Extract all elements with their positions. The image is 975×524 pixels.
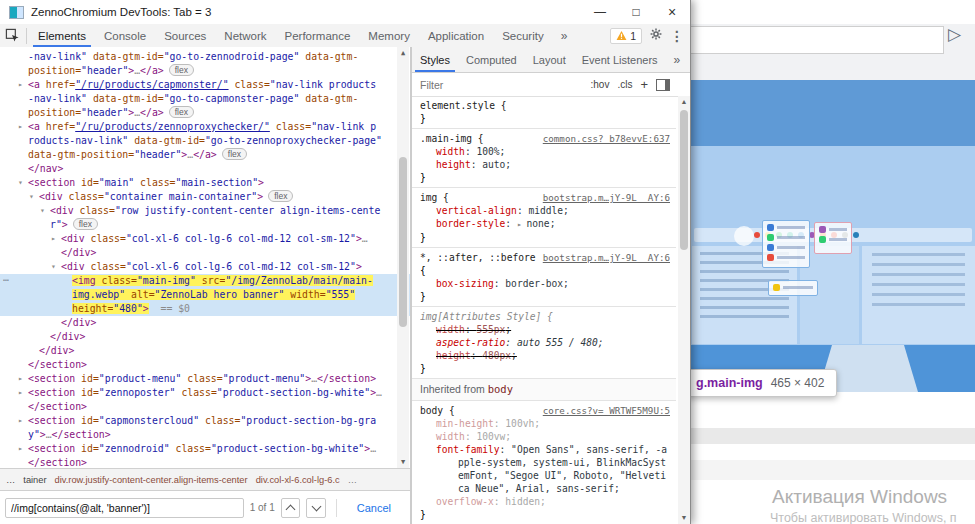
tab-application[interactable]: Application bbox=[419, 24, 493, 47]
tab-styles[interactable]: Styles bbox=[412, 47, 458, 72]
toggle-class-button[interactable]: .cls bbox=[617, 79, 632, 90]
stylesheet-source-link[interactable]: common.css?_b78evvE:637 bbox=[543, 132, 670, 145]
dom-tree-line[interactable]: r">flex bbox=[0, 218, 410, 232]
expand-arrow-icon[interactable]: ▸ bbox=[18, 120, 23, 134]
css-property[interactable]: width: 555px; bbox=[420, 323, 670, 336]
new-rule-button[interactable]: + bbox=[640, 77, 648, 92]
tab-network[interactable]: Network bbox=[215, 24, 275, 47]
dom-tree-line[interactable]: …<img class="main-img" src="/img/ZennoLa… bbox=[0, 274, 410, 288]
expand-arrow-icon[interactable]: ▸ bbox=[18, 442, 23, 456]
dom-tree-line[interactable]: ▸<section id="zennoposter" class="produc… bbox=[0, 386, 410, 400]
css-property[interactable]: width: 100%; bbox=[420, 145, 670, 158]
inspect-element-icon[interactable] bbox=[0, 25, 24, 47]
styles-more-tabs-button[interactable]: » bbox=[666, 53, 689, 67]
dom-tree-line[interactable]: ▸<a href="/ru/products/capmonster/" clas… bbox=[0, 78, 410, 92]
dom-tree-line[interactable]: ▸<a href="/ru/products/zennoproxychecker… bbox=[0, 120, 410, 134]
find-input[interactable] bbox=[5, 498, 244, 518]
elements-scrollbar[interactable]: ▲ ▼ bbox=[397, 47, 409, 468]
dom-tree-line[interactable]: </nav> bbox=[0, 162, 410, 176]
styles-scrollbar[interactable]: ▲ ▼ bbox=[678, 96, 690, 524]
kebab-menu-icon[interactable]: ⋮ bbox=[670, 29, 684, 43]
expand-arrow-icon[interactable]: ▾ bbox=[18, 176, 23, 190]
dom-tree-line[interactable]: ▾<div class="col-xl-6 col-lg-6 col-md-12… bbox=[0, 260, 410, 274]
css-property[interactable]: height: 480px; bbox=[420, 349, 670, 362]
dom-tree-line[interactable]: -nav-link" data-gtm-id="go-to-zennodroid… bbox=[0, 50, 410, 64]
tab-computed[interactable]: Computed bbox=[458, 47, 525, 72]
expand-arrow-icon[interactable]: ▸ bbox=[18, 414, 23, 428]
css-selector[interactable]: img { bbox=[420, 192, 449, 203]
expand-arrow-icon[interactable]: ▸ bbox=[51, 232, 56, 246]
submit-arrow-icon[interactable]: ▷ bbox=[948, 24, 961, 45]
next-match-button[interactable] bbox=[306, 498, 326, 518]
dom-tree-line[interactable]: </div> bbox=[0, 344, 410, 358]
previous-match-button[interactable] bbox=[281, 498, 301, 518]
styles-filter-input[interactable] bbox=[418, 78, 542, 92]
dom-tree-line[interactable]: position="header">…</a>flex bbox=[0, 106, 410, 120]
cancel-button[interactable]: Cancel bbox=[343, 502, 405, 514]
css-property[interactable]: font-family: "Open Sans", sans-serif, -a… bbox=[420, 443, 670, 495]
expand-arrow-icon[interactable]: ▸ bbox=[18, 372, 23, 386]
dom-tree-line[interactable]: </div> bbox=[0, 246, 410, 260]
more-tabs-button[interactable]: » bbox=[553, 29, 576, 43]
dom-tree-line[interactable]: data-gtm-position="header">…</a>flex bbox=[0, 148, 410, 162]
breadcrumb-item[interactable]: … bbox=[6, 475, 15, 485]
stylesheet-source-link[interactable]: bootstrap.m…jY-9L__AY:6 bbox=[543, 191, 670, 204]
tab-performance[interactable]: Performance bbox=[276, 24, 360, 47]
dom-tree-line[interactable]: ▸<section id="capmonstercloud" class="pr… bbox=[0, 414, 410, 428]
flex-badge[interactable]: flex bbox=[169, 106, 194, 118]
dom-tree-line[interactable]: ▾<section id="main" class="main-section"… bbox=[0, 176, 410, 190]
close-button[interactable]: × bbox=[654, 0, 690, 24]
css-property[interactable]: overflow-x: hidden; bbox=[420, 495, 670, 508]
dom-tree-line[interactable]: ▾<div class="row justify-content-center … bbox=[0, 204, 410, 218]
css-property[interactable]: height: auto; bbox=[420, 158, 670, 171]
maximize-button[interactable]: □ bbox=[618, 0, 654, 24]
breadcrumb-item[interactable]: div.col-xl-6.col-lg-6.c bbox=[256, 475, 340, 485]
dom-tree-line[interactable]: img.webp" alt="ZennoLab hero banner" wid… bbox=[0, 288, 410, 302]
dom-tree-line[interactable]: -nav-link" data-gtm-id="go-to-capmonster… bbox=[0, 92, 410, 106]
tab-security[interactable]: Security bbox=[493, 24, 553, 47]
inherited-from-element[interactable]: body bbox=[488, 383, 513, 395]
dom-tree-line[interactable]: height="480"> == $0 bbox=[0, 302, 410, 316]
tab-sources[interactable]: Sources bbox=[155, 24, 215, 47]
warning-badge[interactable]: 1 bbox=[610, 28, 642, 44]
dom-tree-line[interactable]: </section> bbox=[0, 400, 410, 414]
flex-badge[interactable]: flex bbox=[169, 64, 194, 76]
dom-tree-line[interactable]: </div> bbox=[0, 316, 410, 330]
tab-memory[interactable]: Memory bbox=[359, 24, 419, 47]
expand-arrow-icon[interactable]: ▾ bbox=[40, 204, 45, 218]
flex-badge[interactable]: flex bbox=[222, 148, 247, 160]
css-selector[interactable]: element.style { bbox=[420, 100, 507, 111]
dom-tree-line[interactable]: </section> bbox=[0, 456, 410, 468]
expand-arrow-icon[interactable]: ▸ bbox=[517, 220, 527, 229]
dom-tree-line[interactable]: </section> bbox=[0, 358, 410, 372]
dom-tree-line[interactable]: </div> bbox=[0, 330, 410, 344]
stylesheet-source-link[interactable]: bootstrap.m…jY-9L__AY:6 bbox=[543, 251, 670, 264]
tab-elements[interactable]: Elements bbox=[29, 24, 95, 47]
css-property[interactable]: vertical-align: middle; bbox=[420, 204, 670, 217]
settings-gear-icon[interactable] bbox=[649, 27, 663, 45]
flex-badge[interactable]: flex bbox=[268, 190, 293, 202]
css-selector[interactable]: *, ::after, ::before bbox=[420, 252, 536, 263]
css-selector[interactable]: img[Attributes Style] { bbox=[420, 311, 553, 322]
css-property[interactable]: aspect-ratio: auto 555 / 480; bbox=[420, 336, 670, 349]
sidebar-layout-icon[interactable] bbox=[656, 79, 670, 91]
css-selector[interactable]: body { bbox=[420, 405, 455, 416]
css-property[interactable]: border-style: ▸ none; bbox=[420, 217, 670, 231]
toggle-hover-button[interactable]: :hov bbox=[591, 79, 610, 90]
css-property[interactable]: box-sizing: border-box; bbox=[420, 277, 670, 290]
expand-arrow-icon[interactable]: ▸ bbox=[18, 78, 23, 92]
minimize-button[interactable]: — bbox=[582, 0, 618, 24]
dom-tree-line[interactable]: ▸<section id="product-menu" class="produ… bbox=[0, 372, 410, 386]
css-property[interactable]: width: 100vw; bbox=[420, 430, 670, 443]
dom-tree-line[interactable]: roducts-nav-link" data-gtm-id="go-to-zen… bbox=[0, 134, 410, 148]
tab-layout[interactable]: Layout bbox=[525, 47, 574, 72]
breadcrumb-item[interactable]: div.row.justify-content-center.align-ite… bbox=[55, 475, 248, 485]
row-actions-icon[interactable]: … bbox=[3, 271, 10, 285]
dom-tree-line[interactable]: ▸<div class="col-xl-6 col-lg-6 col-md-12… bbox=[0, 232, 410, 246]
expand-arrow-icon[interactable]: ▾ bbox=[51, 260, 56, 274]
dom-tree-line[interactable]: ▸<section id="zennodroid" class="product… bbox=[0, 442, 410, 456]
css-selector[interactable]: .main-img { bbox=[420, 133, 484, 144]
css-property[interactable]: min-height: 100vh; bbox=[420, 417, 670, 430]
stylesheet-source-link[interactable]: core.css?v=_WRTWF5M9U:5 bbox=[543, 404, 670, 417]
page-search-input[interactable] bbox=[650, 26, 944, 54]
